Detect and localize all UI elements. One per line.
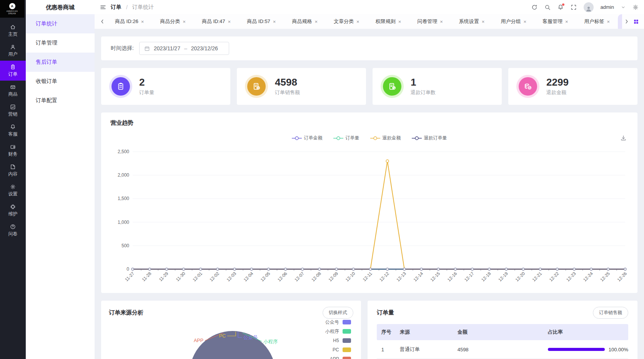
table-header-来源: 来源 xyxy=(400,329,458,336)
table-row: 1普通订单4598100.00% xyxy=(377,340,628,359)
tab-panel-grid-icon[interactable] xyxy=(631,19,641,25)
breadcrumb-separator: / xyxy=(126,4,128,10)
legend-item-退款金额[interactable]: 退款金额 xyxy=(370,135,401,141)
rail-item-用户[interactable]: 用户 xyxy=(0,41,26,61)
svg-text:12-17: 12-17 xyxy=(464,271,475,282)
tab-close-icon[interactable]: × xyxy=(228,19,231,25)
order-sales-button[interactable]: 订单销售额 xyxy=(593,307,628,319)
source-legend-item-PC[interactable]: PC xyxy=(325,345,351,354)
pie-callout-公众号: 公众号 xyxy=(243,335,258,340)
source-legend-label: H5 xyxy=(333,338,339,343)
tab-close-icon[interactable]: × xyxy=(565,19,568,25)
date-range-input[interactable]: 2023/11/27 – 2023/12/26 xyxy=(139,42,229,55)
rail-item-设置[interactable]: 设置 xyxy=(0,180,26,200)
tab-close-icon[interactable]: × xyxy=(183,19,186,25)
rail-item-label: 营销 xyxy=(8,111,18,117)
source-legend-item-APP[interactable]: APP xyxy=(325,354,351,359)
source-legend-item-H5[interactable]: H5 xyxy=(325,336,351,345)
sidebar-item-订单管理[interactable]: 订单管理 xyxy=(26,33,95,53)
tab-用户标签[interactable]: 用户标签× xyxy=(576,14,618,29)
settings-gear-icon[interactable] xyxy=(632,4,639,10)
tabs-scroll-right-icon[interactable] xyxy=(622,19,631,24)
tab-close-icon[interactable]: × xyxy=(141,19,144,25)
date-end-value: 2023/12/26 xyxy=(191,45,218,51)
rail-item-财务[interactable]: 财务 xyxy=(0,141,26,160)
svg-text:12-25: 12-25 xyxy=(599,271,611,282)
search-icon[interactable] xyxy=(544,4,551,10)
breadcrumb-section[interactable]: 订单 xyxy=(111,4,121,11)
rail-item-label: 财务 xyxy=(8,151,18,157)
svg-text:12-05: 12-05 xyxy=(260,271,271,282)
username-label[interactable]: admin xyxy=(601,4,614,10)
rail-item-内容[interactable]: 内容 xyxy=(0,160,26,180)
rail-item-主页[interactable]: 主页 xyxy=(0,21,26,41)
svg-text:12-21: 12-21 xyxy=(531,271,542,282)
legend-item-订单量[interactable]: 订单量 xyxy=(333,135,359,141)
chevron-down-icon[interactable] xyxy=(621,5,626,10)
rail-item-商品[interactable]: 商品 xyxy=(0,81,26,101)
refresh-icon[interactable] xyxy=(531,4,537,10)
rail-item-label: 问卷 xyxy=(8,231,18,237)
app-logo[interactable]: A AMERICANDREAM xyxy=(0,0,24,18)
tab-商品规格[interactable]: 商品规格× xyxy=(284,14,326,29)
tab-问卷管理[interactable]: 问卷管理× xyxy=(409,14,451,29)
sidebar-item-收银订单[interactable]: 收银订单 xyxy=(26,72,95,91)
sidebar-item-订单统计[interactable]: 订单统计 xyxy=(26,14,95,33)
tab-商品 ID:47[interactable]: 商品 ID:47× xyxy=(194,14,239,29)
source-legend-swatch xyxy=(343,320,351,324)
tab-close-icon[interactable]: × xyxy=(523,19,526,25)
rail-item-订单[interactable]: 订单 xyxy=(0,61,26,81)
tab-close-icon[interactable]: × xyxy=(315,19,318,25)
legend-item-退款订单量[interactable]: 退款订单量 xyxy=(412,135,447,141)
rail-item-问卷[interactable]: 问卷 xyxy=(0,220,26,240)
fullscreen-icon[interactable] xyxy=(571,4,577,10)
rail-item-label: 内容 xyxy=(8,171,18,177)
rail-item-维护[interactable]: 维护 xyxy=(0,200,26,220)
sidebar-item-订单配置[interactable]: 订单配置 xyxy=(26,91,95,110)
tab-close-icon[interactable]: × xyxy=(398,19,401,25)
collapse-menu-icon[interactable] xyxy=(100,4,106,10)
notification-bell-icon[interactable] xyxy=(557,4,564,10)
user-avatar[interactable] xyxy=(584,2,594,12)
tab-label: 文章分类 xyxy=(334,18,354,25)
tabs-scroll-left-icon[interactable] xyxy=(98,19,107,24)
trend-line-chart: 05001,0001,5002,0002,50011-2711-2811-291… xyxy=(110,147,628,288)
source-legend-item-公众号[interactable]: 公众号 xyxy=(325,318,351,327)
rail-item-营销[interactable]: 营销 xyxy=(0,101,26,121)
rail-item-label: 用户 xyxy=(8,51,18,58)
legend-label: 退款订单量 xyxy=(424,135,447,141)
download-icon[interactable] xyxy=(620,135,627,141)
rail-item-客服[interactable]: 客服 xyxy=(0,121,26,141)
source-legend-item-小程序[interactable]: 小程序 xyxy=(325,327,351,336)
tab-商品 ID:26[interactable]: 商品 ID:26× xyxy=(107,14,152,29)
svg-text:12-01: 12-01 xyxy=(192,271,203,282)
source-legend-swatch xyxy=(343,329,351,334)
pie-slice-H5[interactable] xyxy=(190,331,276,359)
tab-文章分类[interactable]: 文章分类× xyxy=(326,14,368,29)
tab-close-icon[interactable]: × xyxy=(440,19,443,25)
tab-label: 权限规则 xyxy=(376,18,396,25)
content-icon xyxy=(10,164,16,170)
trend-chart-card: 营业趋势 订单金额订单量退款金额退款订单量 05001,0001,5002,00… xyxy=(101,112,637,293)
date-separator: – xyxy=(184,45,187,51)
tab-close-icon[interactable]: × xyxy=(607,19,610,25)
svg-text:0: 0 xyxy=(126,266,129,272)
tab-close-icon[interactable]: × xyxy=(482,19,485,25)
tab-商品 ID:57[interactable]: 商品 ID:57× xyxy=(239,14,284,29)
finance-icon xyxy=(10,144,16,150)
tab-close-icon[interactable]: × xyxy=(356,19,359,25)
svg-text:12-09: 12-09 xyxy=(328,271,339,282)
tab-客服管理[interactable]: 客服管理× xyxy=(534,14,576,29)
tab-订单统计[interactable]: 订单统计× xyxy=(618,14,622,29)
tab-用户分组[interactable]: 用户分组× xyxy=(493,14,534,29)
refund-amount-icon xyxy=(524,82,532,91)
svg-text:12-20: 12-20 xyxy=(514,271,526,282)
legend-item-订单金额[interactable]: 订单金额 xyxy=(292,135,323,141)
tab-系统设置[interactable]: 系统设置× xyxy=(451,14,493,29)
sidebar-item-售后订单[interactable]: 售后订单 xyxy=(26,53,95,72)
tab-权限规则[interactable]: 权限规则× xyxy=(368,14,409,29)
source-legend-label: PC xyxy=(333,347,339,352)
tab-close-icon[interactable]: × xyxy=(273,19,276,25)
toggle-style-button[interactable]: 切换样式 xyxy=(323,307,353,319)
tab-商品分类[interactable]: 商品分类× xyxy=(152,14,194,29)
